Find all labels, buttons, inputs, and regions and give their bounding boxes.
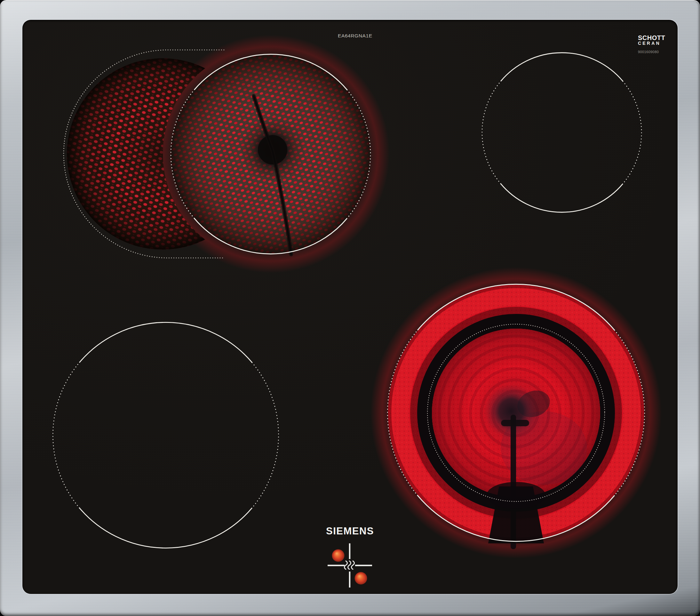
glass-part-number-label: 9001609080 xyxy=(638,50,665,54)
zone-rear-right xyxy=(482,53,641,212)
residual-heat-indicator xyxy=(328,543,372,588)
hob-product-photo: EA64RGNA1E SCHOTT CERAN 9001609080 SIEME… xyxy=(0,0,700,616)
model-number-label: EA64RGNA1E xyxy=(338,33,372,39)
zone-front-right xyxy=(371,267,662,558)
zone-rear-left xyxy=(64,35,390,273)
glass-maker-label: SCHOTT xyxy=(638,35,665,41)
hot-zone-dot-rear xyxy=(332,550,345,562)
hot-zone-dot-front xyxy=(355,572,367,584)
disc-connector-bar xyxy=(501,420,529,426)
zone-front-left xyxy=(53,322,278,548)
glass-series-label: CERAN xyxy=(638,41,665,46)
cooking-zones-graphics xyxy=(0,0,700,616)
heat-waves-icon xyxy=(345,561,354,569)
zone-rear-left-coil-element xyxy=(171,54,371,255)
schott-ceran-logo: SCHOTT CERAN 9001609080 xyxy=(638,35,665,54)
siemens-logo: SIEMENS xyxy=(325,526,375,537)
